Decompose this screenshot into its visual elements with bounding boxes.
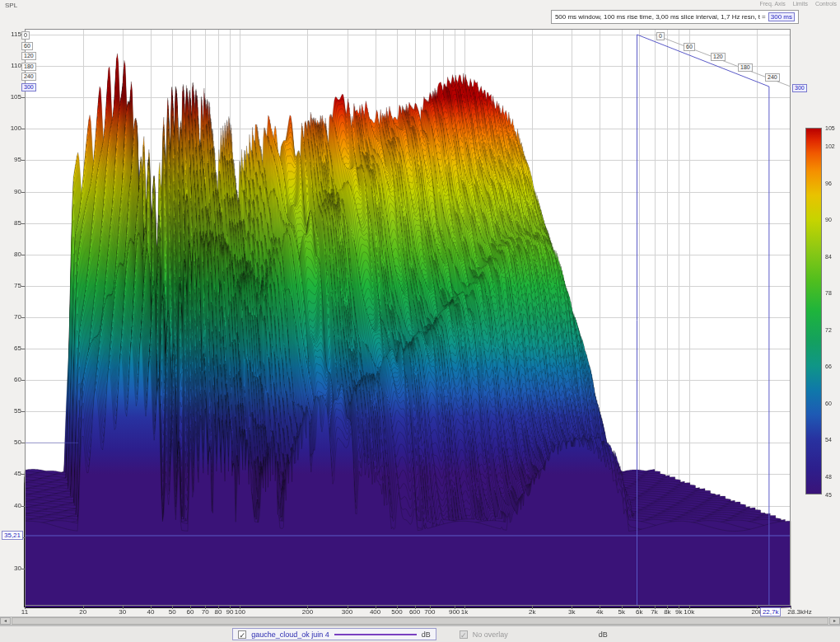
time-tick-label-left: 0	[21, 31, 30, 40]
colorbar-tick-label: 78	[825, 290, 832, 296]
time-tick-label-left: 240	[21, 73, 36, 81]
freq-tick-label: 1k	[450, 609, 478, 616]
colorbar-tick-label: 96	[825, 180, 832, 186]
toolbar-item-freq-axis[interactable]: Freq. Axis	[760, 1, 786, 7]
measurement-info-bar: 500 ms window, 100 ms rise time, 3,00 ms…	[551, 10, 799, 24]
toolbar-item-limits[interactable]: Limits	[793, 1, 808, 7]
freq-tick-label: 10k	[675, 609, 703, 616]
time-slice-badge[interactable]: 300 ms	[768, 12, 795, 21]
colorbar-tick-label: 84	[825, 254, 832, 260]
time-tick-label-right: 240	[765, 73, 780, 82]
colorbar-tick-label: 66	[825, 363, 832, 369]
waterfall-plot[interactable]	[0, 0, 840, 642]
spl-tick-label: 70	[0, 314, 21, 321]
overlay-unit: dB	[599, 630, 608, 639]
freq-tick-label: 100	[226, 609, 254, 616]
spl-tick-label: 40	[0, 503, 21, 509]
y-axis-title: SPL	[5, 2, 17, 9]
time-tick-label-right: 60	[684, 43, 695, 51]
freq-tick-label: 300	[334, 609, 362, 616]
graph-toolbar: Freq. AxisLimitsControls	[760, 1, 837, 7]
spl-tick-label: 55	[0, 408, 21, 415]
colorbar-tick-label: 105	[825, 125, 835, 131]
check-icon: ✓	[239, 631, 245, 640]
freq-tick-label: 2k	[518, 609, 546, 616]
spl-tick-label: 65	[0, 345, 21, 352]
freq-tick-label: 28.3kHz	[781, 609, 819, 616]
colorbar-tick-label: 48	[825, 474, 832, 480]
colorbar-tick-label: 72	[825, 327, 832, 333]
trace-line-sample	[334, 634, 417, 635]
spl-tick-label: 90	[0, 189, 21, 195]
freq-tick-label: 30	[109, 609, 137, 616]
spl-tick-label: 30	[0, 565, 21, 572]
scroll-left-button[interactable]: ◂	[0, 617, 11, 625]
freq-tick-label: 20	[69, 609, 97, 616]
time-tick-label-right: 120	[711, 53, 726, 61]
time-tick-label-right: 300	[792, 84, 807, 92]
spl-tick-label: 105	[0, 94, 21, 101]
rew-spectrogram-window: SPL Freq. AxisLimitsControls 500 ms wind…	[0, 0, 840, 642]
overlay-checkbox[interactable]: ✓	[460, 630, 468, 639]
freq-tick-label: 200	[293, 609, 321, 616]
colorbar-tick-label: 60	[825, 401, 832, 406]
spl-tick-label: 110	[0, 63, 21, 69]
time-tick-label-left: 60	[21, 42, 33, 50]
freq-tick-label: 11	[11, 609, 39, 616]
spl-tick-label: 85	[0, 220, 21, 227]
scrollbar-thumb[interactable]	[12, 617, 828, 625]
trace-unit: dB	[422, 630, 431, 639]
scroll-right-icon: ▸	[833, 618, 836, 623]
time-tick-label-right: 180	[738, 63, 753, 72]
colorbar-tick-label: 54	[825, 437, 832, 443]
spl-tick-label: 100	[0, 125, 21, 132]
time-tick-label-right: 0	[656, 32, 665, 40]
toolbar-item-controls[interactable]: Controls	[815, 1, 837, 7]
check-icon: ✓	[460, 631, 467, 640]
legend-bar: ✓ gauche_cloud_ok juin 4 dB ✓ No overlay…	[0, 626, 840, 642]
spl-tick-label: 50	[0, 439, 21, 446]
cursor-spl-label: 35,21	[2, 531, 23, 540]
spl-tick-label: 115	[0, 31, 21, 38]
spl-tick-label: 95	[0, 157, 21, 163]
colorbar-tick-label: 102	[825, 143, 835, 149]
time-tick-label-left: 180	[21, 63, 36, 71]
cursor-freq-label: 22,7k	[760, 607, 782, 616]
spl-tick-label: 75	[0, 283, 21, 289]
horizontal-scrollbar[interactable]: ◂ ▸	[0, 616, 840, 626]
trace-checkbox[interactable]: ✓	[238, 630, 246, 639]
spl-tick-label: 80	[0, 251, 21, 258]
spl-tick-label: 45	[0, 471, 21, 477]
scroll-right-button[interactable]: ▸	[829, 617, 840, 625]
time-tick-label-left: 300	[21, 83, 36, 91]
info-text: 500 ms window, 100 ms rise time, 3,00 ms…	[555, 13, 766, 21]
freq-tick-label: 3k	[558, 609, 586, 616]
overlay-label: No overlay	[473, 630, 508, 639]
spl-tick-label: 60	[0, 377, 21, 383]
time-tick-label-left: 120	[21, 52, 36, 60]
colorbar	[805, 128, 822, 494]
colorbar-tick-label: 45	[825, 492, 832, 498]
colorbar-tick-label: 90	[825, 217, 832, 223]
scroll-left-icon: ◂	[4, 618, 7, 623]
trace-legend-group[interactable]: ✓ gauche_cloud_ok juin 4 dB	[232, 628, 436, 640]
trace-name: gauche_cloud_ok juin 4	[251, 630, 329, 639]
overlay-group: ✓ No overlay	[460, 630, 508, 639]
